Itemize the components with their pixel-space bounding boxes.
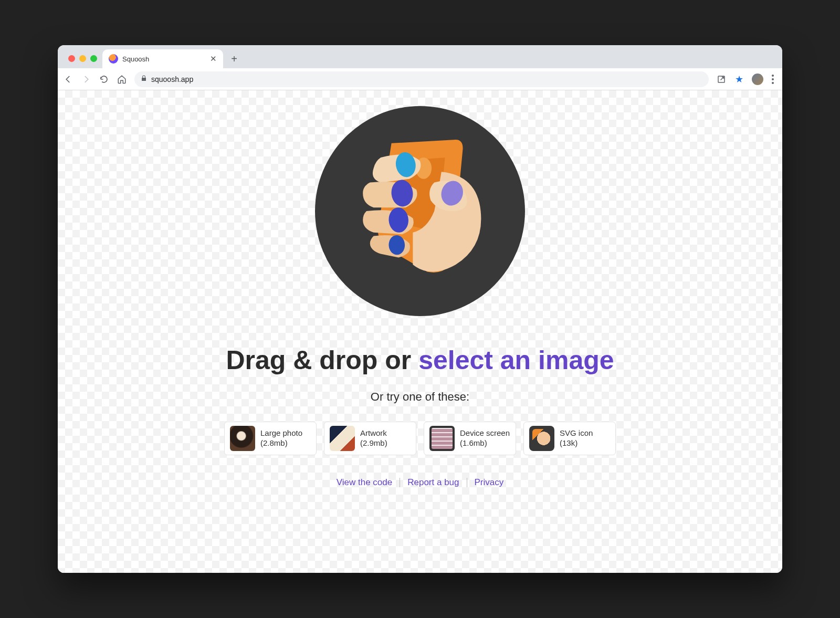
url-text: squoosh.app	[151, 75, 193, 83]
drag-drop-text: Drag & drop or	[226, 345, 418, 375]
tab-bar: Squoosh ✕ +	[58, 45, 782, 68]
window-controls	[63, 55, 102, 68]
privacy-link[interactable]: Privacy	[475, 477, 504, 488]
sample-thumb-icon	[529, 426, 554, 451]
subheading: Or try one of these:	[371, 390, 469, 404]
sample-size: (1.6mb)	[460, 438, 510, 448]
home-button[interactable]	[117, 74, 127, 85]
browser-window: Squoosh ✕ + squoosh.app ★	[58, 45, 782, 573]
back-button[interactable]	[63, 74, 74, 85]
browser-menu-button[interactable]	[772, 75, 774, 84]
bookmark-star-icon[interactable]: ★	[735, 74, 743, 85]
hand-squeeze-icon	[331, 122, 509, 300]
select-image-link[interactable]: select an image	[418, 345, 614, 375]
sample-svg-icon[interactable]: SVG icon (13k)	[523, 422, 616, 455]
open-external-icon[interactable]	[716, 74, 727, 85]
sample-thumb-icon	[330, 426, 355, 451]
browser-toolbar: squoosh.app ★	[58, 68, 782, 90]
sample-label: Device screen	[460, 428, 510, 438]
footer-links: View the code Report a bug Privacy	[337, 477, 504, 488]
sample-list: Large photo (2.8mb) Artwork (2.9mb) Devi…	[224, 422, 616, 455]
address-bar[interactable]: squoosh.app	[134, 71, 709, 87]
minimize-window-button[interactable]	[79, 55, 86, 62]
report-bug-link[interactable]: Report a bug	[407, 477, 459, 488]
separator	[467, 478, 467, 487]
close-tab-icon[interactable]: ✕	[210, 54, 217, 64]
sample-artwork[interactable]: Artwork (2.9mb)	[324, 422, 416, 455]
tab-title: Squoosh	[122, 55, 206, 63]
profile-avatar[interactable]	[752, 74, 763, 85]
sample-label: Large photo	[260, 428, 302, 438]
sample-thumb-icon	[230, 426, 255, 451]
sample-device-screen[interactable]: Device screen (1.6mb)	[424, 422, 516, 455]
sample-size: (13k)	[560, 438, 593, 448]
forward-button[interactable]	[81, 74, 91, 85]
sample-size: (2.8mb)	[260, 438, 302, 448]
sample-label: Artwork	[360, 428, 387, 438]
new-tab-button[interactable]: +	[226, 51, 242, 67]
reload-button[interactable]	[99, 74, 109, 85]
sample-thumb-icon	[429, 426, 455, 451]
close-window-button[interactable]	[68, 55, 75, 62]
sample-large-photo[interactable]: Large photo (2.8mb)	[224, 422, 317, 455]
sample-label: SVG icon	[560, 428, 593, 438]
browser-tab[interactable]: Squoosh ✕	[102, 49, 223, 68]
separator	[400, 478, 400, 487]
headline: Drag & drop or select an image	[226, 345, 614, 375]
toolbar-right: ★	[716, 74, 777, 85]
squoosh-logo	[315, 106, 525, 316]
page-content[interactable]: Drag & drop or select an image Or try on…	[58, 90, 782, 573]
lock-icon	[141, 75, 147, 83]
view-code-link[interactable]: View the code	[337, 477, 392, 488]
maximize-window-button[interactable]	[90, 55, 97, 62]
sample-size: (2.9mb)	[360, 438, 387, 448]
favicon-icon	[109, 54, 118, 64]
